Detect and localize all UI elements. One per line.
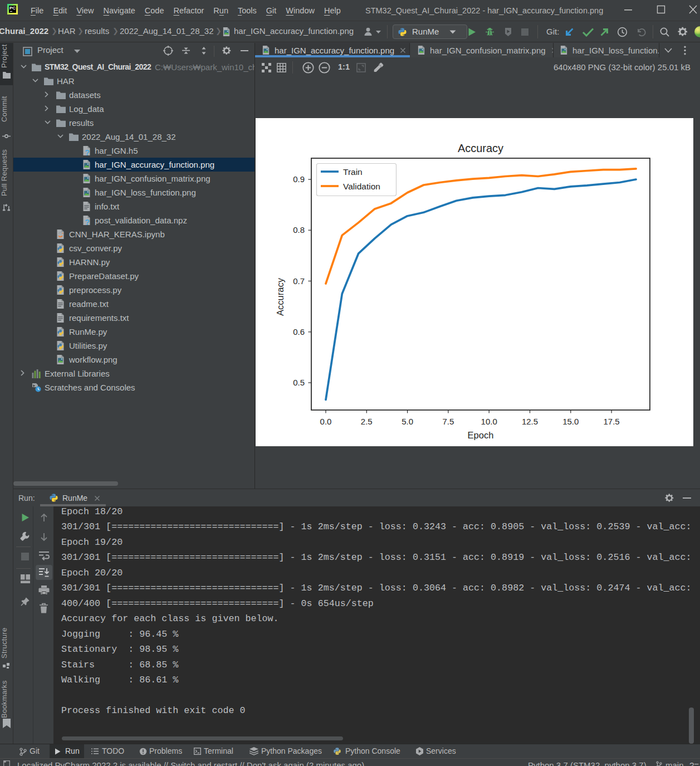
svg-text:0.8: 0.8 [293, 225, 305, 235]
svg-text:0.9: 0.9 [293, 174, 305, 184]
svg-text:12.5: 12.5 [522, 417, 538, 426]
svg-text:Accuracy: Accuracy [458, 142, 503, 154]
svg-text:Validation: Validation [343, 182, 380, 191]
svg-text:2.5: 2.5 [361, 417, 373, 426]
svg-text:17.5: 17.5 [603, 417, 619, 426]
svg-text:7.5: 7.5 [442, 417, 454, 426]
svg-text:?: ? [85, 218, 90, 225]
svg-text:?: ? [85, 148, 90, 155]
svg-text:10.0: 10.0 [481, 417, 497, 426]
svg-text:0.7: 0.7 [293, 276, 305, 286]
svg-text:Epoch: Epoch [468, 430, 494, 440]
svg-text:Train: Train [343, 167, 363, 177]
svg-text:0.6: 0.6 [293, 327, 305, 336]
svg-text:0.5: 0.5 [293, 378, 305, 387]
svg-text:0.0: 0.0 [320, 417, 332, 426]
svg-text:Accuracy: Accuracy [275, 277, 285, 316]
svg-text:5.0: 5.0 [402, 417, 413, 426]
svg-text:15.0: 15.0 [562, 417, 579, 426]
